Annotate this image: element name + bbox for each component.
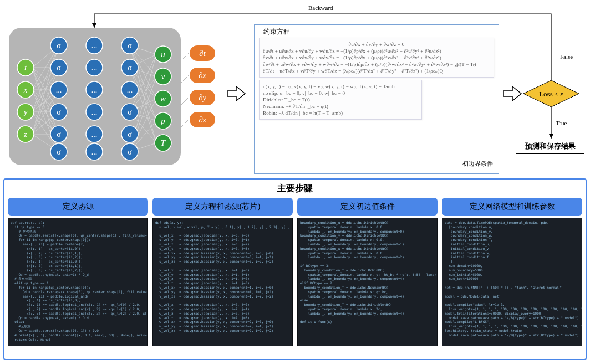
tab-bc: 定义初边值条件 (297, 198, 438, 216)
code-box-4: data = dde.data.TimePDE(spatio_temporal_… (442, 218, 582, 346)
svg-line-4 (181, 98, 189, 105)
svg-line-3 (181, 75, 189, 83)
svg-line-5 (181, 120, 189, 127)
code-box-1: def source(a, c): if qs_type == 0: # 均匀热… (8, 218, 148, 346)
svg-marker-0 (92, 23, 96, 28)
svg-marker-1 (549, 134, 553, 139)
tab-equations: 定义方程和热源(芯片) (152, 198, 293, 216)
code-box-2: def pde(x, y): u_vel, v_vel, w_vel, p, T… (152, 218, 293, 346)
steps-panel: 主要步骤 定义热源 定义方程和热源(芯片) 定义初边值条件 定义网络模型和训练参… (3, 178, 587, 360)
svg-line-2 (181, 53, 189, 61)
code-box-3: boundary_condition_u = dde.icbc.Dirichle… (297, 218, 438, 346)
tab-heat-source: 定义热源 (8, 198, 148, 216)
tab-model: 定义网络模型和训练参数 (442, 198, 582, 216)
steps-title: 主要步骤 (4, 183, 586, 194)
flow-lines (0, 0, 590, 177)
